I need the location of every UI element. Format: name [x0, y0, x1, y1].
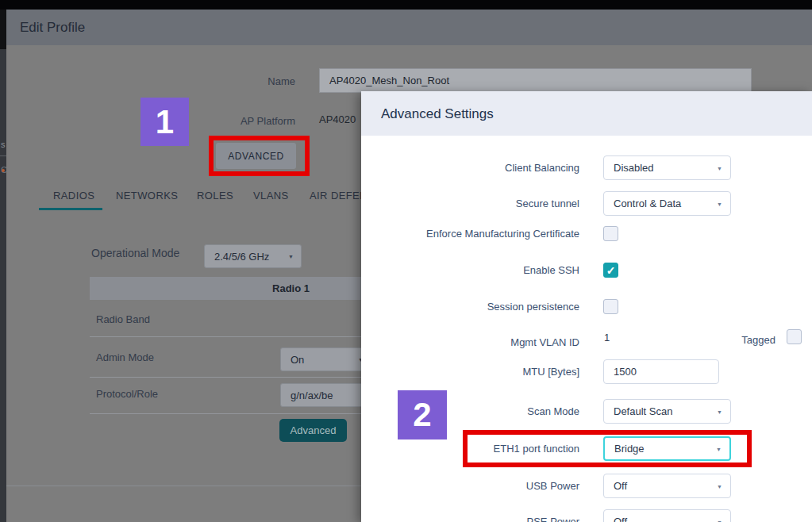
mtu-label: MTU [Bytes] — [373, 366, 579, 378]
name-label: Name — [183, 75, 295, 87]
protocol-role-select[interactable]: g/n/ax/be — [280, 383, 371, 407]
enforce-cert-label: Enforce Manufacturing Certificate — [373, 228, 579, 240]
operational-mode-select[interactable]: 2.4/5/6 GHz ▼ — [204, 244, 302, 268]
page-title: Edit Profile — [20, 20, 85, 36]
dropdown-caret-icon: ▼ — [717, 409, 722, 414]
usb-power-label: USB Power — [373, 480, 579, 492]
ap-platform-value: AP4020 — [319, 113, 356, 125]
tab-vlans[interactable]: VLANS — [253, 190, 289, 202]
enforce-cert-checkbox[interactable] — [603, 226, 618, 241]
sidebar-divider — [0, 155, 6, 156]
scan-mode-select[interactable]: Default Scan ▼ — [603, 399, 731, 424]
dropdown-caret-icon: ▼ — [717, 201, 722, 206]
checkmark-icon: ✓ — [606, 264, 616, 277]
client-balancing-select[interactable]: Disabled ▼ — [603, 155, 731, 180]
secure-tunnel-value: Control & Data — [614, 198, 681, 209]
window-top-bar — [0, 0, 812, 10]
secure-tunnel-select[interactable]: Control & Data ▼ — [603, 191, 731, 216]
radio-advanced-button[interactable]: Advanced — [279, 419, 347, 442]
sidebar-text-fragment: s — [1, 140, 6, 149]
sidebar-orange-dot — [2, 169, 5, 172]
radio-advanced-button-label: Advanced — [291, 424, 337, 436]
session-persistence-label: Session persistence — [373, 301, 579, 313]
protocol-role-value: g/n/ax/be — [291, 390, 333, 401]
dropdown-caret-icon: ▼ — [288, 254, 294, 259]
tagged-checkbox[interactable] — [787, 329, 802, 344]
advanced-settings-title: Advanced Settings — [381, 106, 494, 122]
admin-mode-label: Admin Mode — [96, 351, 154, 363]
enable-ssh-checkbox[interactable]: ✓ — [603, 263, 618, 278]
admin-mode-select[interactable]: On ▼ — [280, 347, 371, 371]
protocol-role-label: Protocol/Role — [96, 388, 158, 400]
pse-power-label: PSE Power — [373, 516, 579, 522]
client-balancing-label: Client Balancing — [373, 162, 579, 174]
tagged-label: Tagged — [680, 334, 775, 346]
tab-radios[interactable]: RADIOS — [53, 190, 94, 202]
session-persistence-checkbox[interactable] — [603, 299, 618, 314]
client-balancing-value: Disabled — [614, 162, 654, 174]
annotation-red-box-2 — [463, 430, 752, 467]
step-1-number: 1 — [156, 103, 174, 141]
mtu-input[interactable] — [603, 359, 719, 384]
operational-mode-value: 2.4/5/6 GHz — [214, 251, 269, 263]
radio-band-label: Radio Band — [96, 313, 150, 325]
annotation-step-badge-2: 2 — [398, 390, 447, 439]
scan-mode-value: Default Scan — [614, 405, 672, 417]
active-tab-underline — [39, 208, 102, 210]
dropdown-caret-icon: ▼ — [717, 165, 722, 171]
dropdown-caret-icon: ▼ — [717, 483, 722, 489]
dropdown-caret-icon: ▼ — [717, 519, 722, 522]
tab-roles[interactable]: ROLES — [197, 190, 233, 202]
pse-power-value: Off — [614, 516, 627, 522]
operational-mode-label: Operational Mode — [91, 247, 179, 259]
annotation-step-badge-1: 1 — [140, 98, 189, 146]
screen: s C Edit Profile Name AP Platform AP4020… — [0, 0, 812, 522]
secure-tunnel-label: Secure tunnel — [373, 198, 579, 209]
annotation-red-box-1 — [209, 136, 310, 176]
background-sidebar-sliver: s C — [0, 0, 6, 522]
tab-networks[interactable]: NETWORKS — [116, 190, 178, 202]
edit-profile-header: Edit Profile — [6, 10, 812, 45]
radio1-column-header: Radio 1 — [272, 282, 310, 294]
usb-power-select[interactable]: Off ▼ — [603, 474, 731, 498]
pse-power-select[interactable]: Off ▼ — [603, 509, 731, 522]
admin-mode-value: On — [291, 354, 304, 366]
usb-power-value: Off — [614, 480, 627, 492]
enable-ssh-label: Enable SSH — [373, 264, 579, 276]
mgmt-vlan-label: Mgmt VLAN ID — [373, 336, 579, 348]
mgmt-vlan-value: 1 — [604, 332, 610, 344]
name-input[interactable] — [319, 68, 752, 93]
step-2-number: 2 — [413, 396, 431, 434]
ap-platform-label: AP Platform — [183, 115, 295, 127]
advanced-settings-panel-header: Advanced Settings — [361, 91, 812, 136]
